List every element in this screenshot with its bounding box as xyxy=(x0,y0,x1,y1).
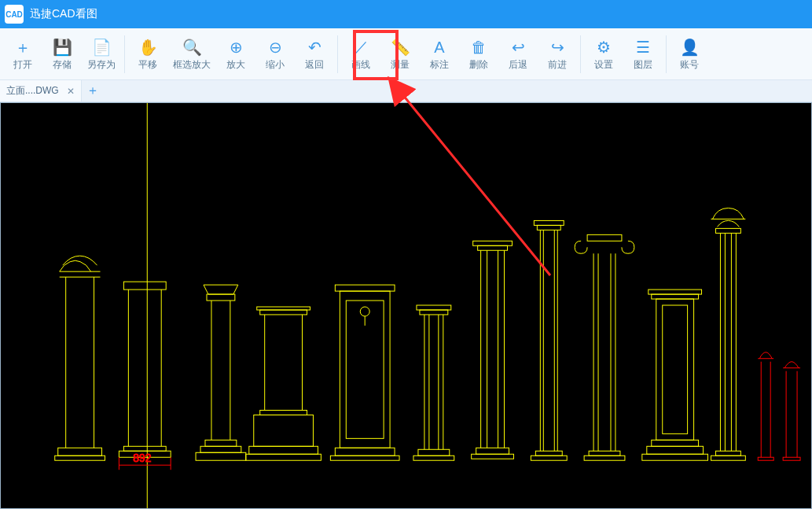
gear-icon: ⚙ xyxy=(597,36,611,58)
redo-label: 前进 xyxy=(548,58,567,72)
settings-button[interactable]: ⚙ 设置 xyxy=(586,31,622,77)
file-tab[interactable]: 立面....DWG ✕ xyxy=(0,80,82,101)
cad-canvas[interactable]: 892 xyxy=(0,102,812,509)
undo-button[interactable]: ↩ 后退 xyxy=(500,31,536,77)
return-icon: ↶ xyxy=(308,36,321,58)
undo-label: 后退 xyxy=(509,58,527,72)
zoomin-label: 放大 xyxy=(226,58,245,72)
svg-rect-66 xyxy=(648,290,702,294)
svg-rect-24 xyxy=(260,410,307,415)
tab-label: 立面....DWG xyxy=(6,84,59,98)
svg-rect-44 xyxy=(478,245,508,250)
main-toolbar: ＋ 打开 💾 存储 📄 另存为 ✋ 平移 🔍 框选放大 ⊕ 放大 ⊖ 缩小 ↶ … xyxy=(0,28,812,80)
undo-icon: ↩ xyxy=(512,36,525,58)
svg-rect-50 xyxy=(472,454,514,459)
svg-rect-42 xyxy=(413,456,454,460)
redo-button[interactable]: ↪ 前进 xyxy=(539,31,575,77)
delete-label: 删除 xyxy=(469,58,488,72)
svg-rect-69 xyxy=(663,305,688,433)
svg-rect-29 xyxy=(340,291,390,448)
zoom-window-icon: 🔍 xyxy=(182,36,202,58)
settings-label: 设置 xyxy=(594,58,613,72)
svg-rect-65 xyxy=(584,456,625,460)
zoomin-icon: ⊕ xyxy=(230,36,243,58)
svg-rect-5 xyxy=(55,456,105,460)
svg-rect-68 xyxy=(656,299,694,440)
svg-rect-49 xyxy=(476,448,509,454)
svg-rect-21 xyxy=(260,310,307,315)
svg-rect-67 xyxy=(652,294,699,299)
measure-button[interactable]: 📏 测量 xyxy=(382,31,418,77)
separator xyxy=(666,35,667,73)
svg-rect-4 xyxy=(58,448,102,456)
tab-bar: 立面....DWG ✕ ＋ xyxy=(0,80,812,102)
svg-rect-72 xyxy=(642,454,708,460)
layers-button[interactable]: ☰ 图层 xyxy=(625,31,661,77)
layers-icon: ☰ xyxy=(636,36,650,58)
line-label: 画线 xyxy=(351,58,370,72)
svg-rect-35 xyxy=(417,305,451,310)
svg-rect-41 xyxy=(418,449,450,456)
zoom-window-button[interactable]: 🔍 框选放大 xyxy=(169,31,215,77)
redo-icon: ↪ xyxy=(551,36,564,58)
svg-rect-19 xyxy=(196,452,246,460)
annotate-button[interactable]: A 标注 xyxy=(421,31,457,77)
open-label: 打开 xyxy=(13,58,32,72)
title-bar: CAD 迅捷CAD看图 xyxy=(0,0,812,28)
zoomout-label: 缩小 xyxy=(266,58,285,72)
svg-rect-57 xyxy=(535,451,562,456)
save-label: 存储 xyxy=(53,58,72,72)
svg-rect-9 xyxy=(123,446,166,451)
svg-rect-73 xyxy=(715,228,740,233)
separator xyxy=(337,35,338,73)
svg-rect-14 xyxy=(207,294,235,301)
saveas-label: 另存为 xyxy=(87,58,116,72)
svg-rect-33 xyxy=(335,448,395,456)
zoomout-button[interactable]: ⊖ 缩小 xyxy=(257,31,293,77)
text-icon: A xyxy=(434,36,444,58)
open-button[interactable]: ＋ 打开 xyxy=(5,31,41,77)
close-icon[interactable]: ✕ xyxy=(67,86,75,97)
svg-rect-43 xyxy=(473,241,513,245)
svg-rect-28 xyxy=(335,285,395,291)
zoom-back-button[interactable]: ↶ 返回 xyxy=(296,31,333,77)
add-tab-button[interactable]: ＋ xyxy=(82,80,104,101)
line-button[interactable]: ／ 画线 xyxy=(343,31,379,77)
svg-rect-25 xyxy=(254,415,314,446)
line-icon: ／ xyxy=(353,36,369,58)
svg-rect-71 xyxy=(647,446,704,454)
svg-rect-85 xyxy=(783,457,800,460)
layers-label: 图层 xyxy=(634,58,652,72)
svg-rect-70 xyxy=(652,440,699,446)
ruler-icon: 📏 xyxy=(391,36,410,58)
account-button[interactable]: 👤 账号 xyxy=(671,31,707,77)
svg-rect-26 xyxy=(249,446,318,454)
annotate-label: 标注 xyxy=(430,58,449,72)
user-icon: 👤 xyxy=(680,36,700,58)
dimension-label: 892 xyxy=(133,452,152,464)
svg-rect-18 xyxy=(200,446,241,452)
cad-drawing: 892 xyxy=(1,103,811,508)
svg-rect-58 xyxy=(531,456,567,460)
svg-rect-82 xyxy=(758,457,773,460)
zoomin-button[interactable]: ⊕ 放大 xyxy=(218,31,254,77)
pan-label: 平移 xyxy=(138,58,157,72)
save-icon: 💾 xyxy=(53,36,72,58)
separator xyxy=(124,35,125,73)
svg-rect-34 xyxy=(330,456,399,460)
saveas-button[interactable]: 📄 另存为 xyxy=(83,31,119,77)
account-label: 账号 xyxy=(680,58,699,72)
pan-button[interactable]: ✋ 平移 xyxy=(130,31,166,77)
svg-rect-59 xyxy=(587,234,622,241)
separator xyxy=(580,35,581,73)
svg-rect-51 xyxy=(534,220,564,225)
zoomwindow-label: 框选放大 xyxy=(173,58,211,72)
trash-icon: 🗑 xyxy=(471,36,487,58)
save-button[interactable]: 💾 存储 xyxy=(44,31,80,77)
svg-point-31 xyxy=(360,307,369,316)
measure-label: 测量 xyxy=(391,58,410,72)
svg-rect-52 xyxy=(537,225,560,230)
svg-rect-64 xyxy=(589,451,620,456)
svg-rect-78 xyxy=(715,451,740,456)
delete-button[interactable]: 🗑 删除 xyxy=(461,31,497,77)
